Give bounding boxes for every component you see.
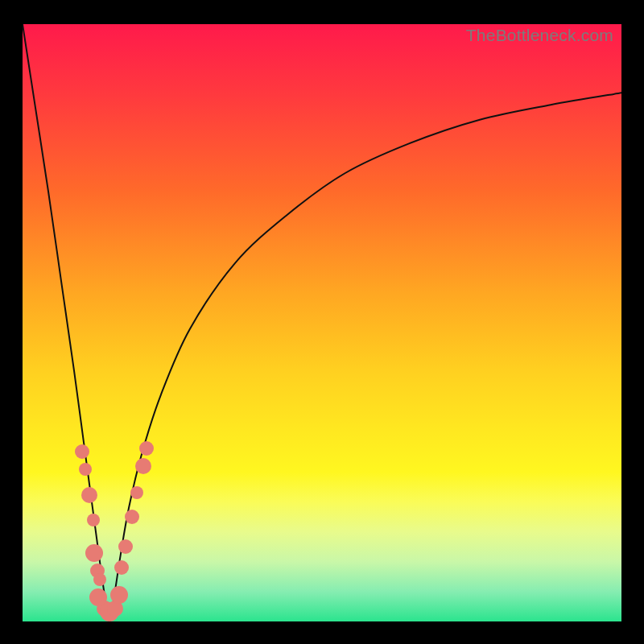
data-point — [75, 444, 89, 459]
data-point — [81, 487, 97, 503]
data-point — [93, 573, 106, 586]
data-point — [110, 586, 128, 604]
chart-frame: TheBottleneck.com — [0, 0, 644, 644]
curve-path — [23, 24, 621, 621]
data-point — [79, 463, 92, 476]
data-point — [87, 514, 100, 526]
plot-area: TheBottleneck.com — [23, 24, 621, 621]
data-point — [135, 458, 151, 474]
data-point — [114, 560, 129, 575]
data-point — [130, 486, 143, 499]
bottleneck-curve — [23, 24, 621, 621]
data-point — [139, 441, 154, 456]
data-point — [125, 510, 139, 524]
data-point — [85, 544, 103, 562]
data-point — [118, 539, 133, 554]
